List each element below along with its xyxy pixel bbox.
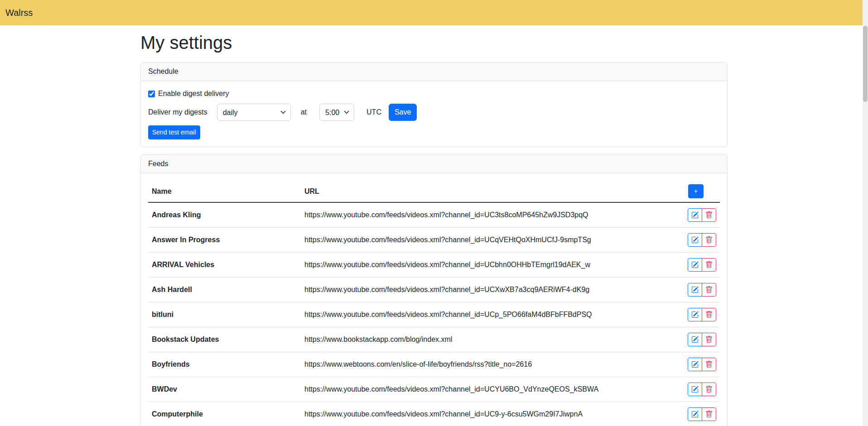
delete-feed-button[interactable] — [702, 233, 716, 247]
feed-actions-group — [688, 208, 716, 222]
edit-feed-button[interactable] — [688, 308, 702, 321]
feed-actions-group — [688, 383, 716, 396]
feed-url: https://www.youtube.com/feeds/videos.xml… — [301, 377, 670, 402]
feed-url: https://www.webtoons.com/en/slice-of-lif… — [301, 352, 670, 377]
feed-url: https://www.bookstackapp.com/blog/index.… — [301, 327, 670, 352]
main-content: My settings Schedule Enable digest deliv… — [135, 32, 733, 426]
edit-feed-button[interactable] — [688, 333, 702, 346]
feed-actions-group — [688, 407, 716, 421]
time-select[interactable]: 5:00 — [319, 104, 354, 121]
page-title: My settings — [140, 32, 728, 53]
delete-feed-button[interactable] — [702, 208, 716, 222]
brand-link[interactable]: Walrss — [5, 8, 33, 18]
feed-row: Andreas Kling https://www.youtube.com/fe… — [148, 202, 720, 228]
send-test-email-button[interactable]: Send test email — [148, 125, 200, 139]
frequency-select[interactable]: daily — [217, 104, 291, 121]
trash-icon — [705, 336, 713, 343]
trash-icon — [705, 286, 713, 293]
feed-actions-group — [688, 258, 716, 272]
feed-name: Ash Hardell — [148, 278, 301, 302]
schedule-card-body: Enable digest delivery Deliver my digest… — [141, 81, 727, 147]
edit-feed-button[interactable] — [688, 258, 702, 272]
feed-row: Bookstack Updates https://www.bookstacka… — [148, 327, 720, 352]
feed-name: ARRIVAL Vehicles — [148, 253, 301, 278]
save-button[interactable]: Save — [389, 104, 417, 121]
scrollbar-track[interactable] — [863, 0, 868, 426]
add-feed-button[interactable]: + — [688, 184, 704, 198]
edit-feed-button[interactable] — [688, 358, 702, 371]
edit-feed-button[interactable] — [688, 283, 702, 297]
feed-url: https://www.youtube.com/feeds/videos.xml… — [301, 202, 670, 228]
feed-actions — [670, 202, 720, 228]
feeds-card-body: Name URL + Andreas Kling https://www.you… — [141, 173, 727, 426]
delete-feed-button[interactable] — [702, 258, 716, 272]
schedule-card-header: Schedule — [141, 62, 727, 81]
frequency-select-wrap: daily — [217, 104, 291, 121]
delivery-controls-row: Deliver my digests daily at 5:00 UTC Sav… — [148, 104, 720, 121]
pencil-square-icon — [691, 361, 699, 368]
scrollbar-thumb[interactable] — [863, 26, 868, 102]
delete-feed-button[interactable] — [702, 383, 716, 396]
delete-feed-button[interactable] — [702, 407, 716, 421]
trash-icon — [705, 311, 713, 318]
time-select-wrap: 5:00 — [319, 104, 354, 121]
pencil-square-icon — [691, 211, 699, 219]
feed-row: Answer In Progress https://www.youtube.c… — [148, 228, 720, 253]
pencil-square-icon — [691, 311, 699, 318]
delete-feed-button[interactable] — [702, 283, 716, 297]
feed-name: Boyfriends — [148, 352, 301, 377]
feed-name: Bookstack Updates — [148, 327, 301, 352]
navbar: Walrss — [0, 0, 868, 25]
pencil-square-icon — [691, 286, 699, 293]
feeds-table-body: Andreas Kling https://www.youtube.com/fe… — [148, 202, 720, 426]
feed-url: https://www.youtube.com/feeds/videos.xml… — [301, 228, 670, 253]
feeds-table: Name URL + Andreas Kling https://www.you… — [148, 181, 720, 426]
feeds-card: Feeds Name URL + Andreas Kling https://w… — [140, 154, 728, 426]
feed-name: Computerphile — [148, 402, 301, 426]
feed-actions — [670, 253, 720, 278]
pencil-square-icon — [691, 236, 699, 244]
feed-name: Answer In Progress — [148, 228, 301, 253]
pencil-square-icon — [691, 336, 699, 343]
feed-actions-group — [688, 358, 716, 371]
trash-icon — [705, 236, 713, 244]
edit-feed-button[interactable] — [688, 407, 702, 421]
feed-row: BWDev https://www.youtube.com/feeds/vide… — [148, 377, 720, 402]
feed-actions — [670, 278, 720, 302]
pencil-square-icon — [691, 261, 699, 268]
feeds-table-header-row: Name URL + — [148, 181, 720, 202]
edit-feed-button[interactable] — [688, 383, 702, 396]
feed-name: Andreas Kling — [148, 202, 301, 228]
trash-icon — [705, 211, 713, 219]
pencil-square-icon — [691, 386, 699, 393]
column-header-url: URL — [301, 181, 670, 202]
feed-name: bitluni — [148, 302, 301, 327]
trash-icon — [705, 361, 713, 368]
feed-row: Computerphile https://www.youtube.com/fe… — [148, 402, 720, 426]
feed-row: Ash Hardell https://www.youtube.com/feed… — [148, 278, 720, 302]
edit-feed-button[interactable] — [688, 233, 702, 247]
feed-actions — [670, 402, 720, 426]
utc-label: UTC — [366, 108, 381, 116]
enable-digest-label[interactable]: Enable digest delivery — [158, 88, 229, 99]
feed-actions-group — [688, 233, 716, 247]
enable-digest-checkbox[interactable] — [148, 91, 155, 97]
feed-actions — [670, 302, 720, 327]
delete-feed-button[interactable] — [702, 358, 716, 371]
edit-feed-button[interactable] — [688, 208, 702, 222]
feed-name: BWDev — [148, 377, 301, 402]
at-label: at — [301, 108, 307, 116]
trash-icon — [705, 386, 713, 393]
trash-icon — [705, 411, 713, 418]
pencil-square-icon — [691, 411, 699, 418]
feed-url: https://www.youtube.com/feeds/videos.xml… — [301, 302, 670, 327]
feed-url: https://www.youtube.com/feeds/videos.xml… — [301, 253, 670, 278]
feed-actions-group — [688, 308, 716, 321]
feed-url: https://www.youtube.com/feeds/videos.xml… — [301, 278, 670, 302]
delete-feed-button[interactable] — [702, 333, 716, 346]
feed-actions — [670, 327, 720, 352]
feed-url: https://www.youtube.com/feeds/videos.xml… — [301, 402, 670, 426]
column-header-actions: + — [670, 181, 720, 202]
deliver-label: Deliver my digests — [148, 108, 207, 116]
delete-feed-button[interactable] — [702, 308, 716, 321]
